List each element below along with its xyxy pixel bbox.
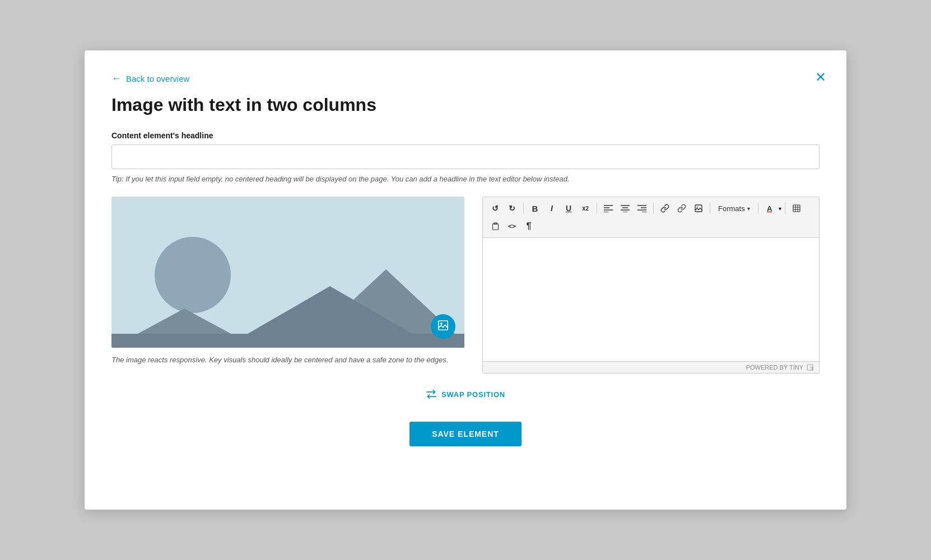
image-placeholder [111,197,464,348]
svg-point-21 [697,207,698,208]
back-label: Back to overview [126,74,189,83]
svg-rect-31 [807,365,813,370]
rte-divider-6 [785,203,785,214]
svg-rect-6 [439,320,448,330]
rte-undo-button[interactable]: ↺ [487,200,503,216]
back-arrow-icon: ← [111,73,122,85]
two-column-layout: The image reacts responsive. Key visuals… [111,197,820,374]
rte-color-chevron[interactable]: ▾ [779,206,781,212]
modal-container: ← Back to overview ✕ Image with text in … [85,50,846,510]
rte-toolbar: ↺ ↻ B I U x2 [483,197,819,238]
page-title: Image with text in two columns [111,95,820,115]
rte-unlink-button[interactable] [674,200,690,216]
rte-paragraph-button[interactable]: ¶ [521,218,537,234]
rte-body[interactable] [483,238,819,361]
save-label: SAVE ELEMENT [432,430,499,438]
rte-superscript-button[interactable]: x2 [578,200,593,216]
rte-formats-chevron: ▾ [747,206,750,212]
rte-powered-by: POWERED BY TINY [746,364,803,371]
image-edit-button[interactable] [431,314,455,339]
svg-rect-20 [695,205,702,212]
rte-image-button[interactable] [691,200,706,216]
rte-italic-button[interactable]: I [544,200,560,216]
tip-text: Tip: If you let this input field empty, … [111,175,820,183]
image-caption: The image reacts responsive. Key visuals… [111,354,464,366]
back-to-overview-link[interactable]: ← Back to overview [111,73,189,85]
rte-toolbar-row-1: ↺ ↻ B I U x2 [487,200,814,216]
rte-underline-button[interactable]: U [561,200,576,216]
image-column: The image reacts responsive. Key visuals… [111,197,464,366]
close-icon: ✕ [815,69,826,85]
rte-table-button[interactable] [789,200,804,216]
swap-section: SWAP POSITION [111,389,820,402]
text-column: ↺ ↻ B I U x2 [482,197,820,374]
rte-divider-1 [523,203,524,214]
svg-point-7 [440,322,443,324]
rte-align-left-button[interactable] [601,200,616,216]
image-edit-icon [437,319,449,334]
save-section: SAVE ELEMENT [111,422,820,446]
swap-position-button[interactable]: SWAP POSITION [426,389,505,399]
rte-divider-5 [758,203,758,214]
save-element-button[interactable]: SAVE ELEMENT [409,422,522,446]
rte-align-center-button[interactable] [617,200,633,216]
rte-toolbar-row-2: <> ¶ [487,218,814,234]
headline-input[interactable] [111,144,820,169]
rich-text-editor: ↺ ↻ B I U x2 [482,197,820,374]
rte-footer: POWERED BY TINY [483,361,819,373]
svg-rect-5 [111,334,464,348]
close-button[interactable]: ✕ [815,71,826,84]
rte-link-button[interactable] [657,200,673,216]
svg-point-1 [155,237,231,313]
rte-code-button[interactable]: <> [504,218,520,234]
rte-divider-3 [653,203,654,214]
svg-rect-28 [492,224,498,230]
rte-paste-button[interactable] [487,218,503,234]
swap-label: SWAP POSITION [441,390,505,399]
rte-divider-4 [710,203,710,214]
rte-align-right-button[interactable] [634,200,650,216]
rte-color-button[interactable]: A [762,200,778,216]
rte-formats-dropdown[interactable]: Formats ▾ [714,200,755,216]
rte-redo-button[interactable]: ↻ [504,200,520,216]
rte-bold-button[interactable]: B [527,200,543,216]
svg-rect-22 [793,205,800,212]
headline-label: Content element's headline [111,131,820,140]
rte-formats-label: Formats [718,204,745,213]
rte-divider-2 [597,203,597,214]
